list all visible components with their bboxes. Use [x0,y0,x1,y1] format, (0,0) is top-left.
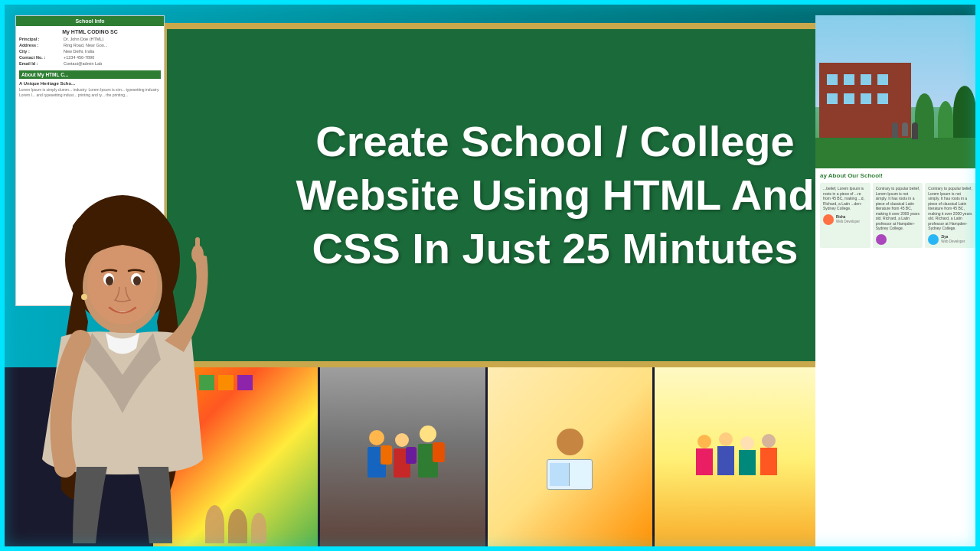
classroom-head-3 [740,436,754,450]
walking-children [368,425,438,493]
backpack-2 [406,447,416,464]
testimonial-card-1: ...belief, Lorem Ipsum is roots in a pie… [820,183,871,248]
collage-photo-3 [488,367,652,551]
author-info-1: Richa Web Developer [836,215,860,224]
info-row-city: City : New Delhi, India [19,49,161,54]
reader-head [557,429,583,455]
campus-grass [815,138,980,168]
window-7 [861,93,871,104]
campus-photo [815,15,980,168]
classroom-child-4 [760,434,777,475]
photo-4-content [655,367,819,551]
classroom-head-4 [762,434,776,448]
child-head-3 [420,425,436,442]
window-2 [844,74,854,85]
window-4 [877,74,888,85]
author-avatar-2 [876,234,887,245]
walking-child-1 [368,430,386,478]
svg-point-10 [81,294,87,300]
person-2 [902,122,908,136]
testimonial-text-2: Contrary to popular belief, Lorem Ipsum … [876,186,920,231]
campus-people [892,122,918,139]
about-heading: About My HTML C... [19,70,161,79]
testimonial-card-2: Contrary to popular belief, Lorem Ipsum … [873,183,923,248]
about-our-school-section: ay About Our School! ...belief, Lorem Ip… [815,168,980,258]
photo-2-content [320,367,485,551]
info-row-contact: Contact No. : +1234 456-7890 [19,55,161,60]
svg-point-8 [106,276,113,285]
author-3: Ziya Web Developer [928,234,972,245]
classroom-body-4 [760,448,777,475]
author-info-3: Ziya Web Developer [941,235,965,244]
walking-child-3 [418,425,438,478]
school-website-preview-right: ay About Our School! ...belief, Lorem Ip… [815,15,980,551]
testimonial-cards: ...belief, Lorem Ipsum is roots in a pie… [820,183,975,248]
backpack-1 [381,445,392,465]
building-windows [827,74,888,85]
svg-rect-3 [195,237,200,253]
book [547,459,593,490]
classroom-child-1 [696,435,713,475]
classroom-body-1 [696,448,713,475]
classroom-head-2 [719,432,733,446]
about-subtitle: A Unique Heritage Scho... [19,81,161,86]
window-1 [827,74,838,85]
person-1 [892,122,898,138]
reading-child [547,429,593,490]
main-title: Create School / College Website Using HT… [265,99,844,291]
info-row-email: Email Id : Contact@admin Lab [19,61,161,66]
classroom-body-3 [739,450,756,475]
book-right-page [570,463,590,486]
classroom-body-2 [717,446,734,475]
window-5 [827,93,838,104]
testimonial-text-1: ...belief, Lorem Ipsum is roots in a pie… [823,186,867,211]
about-section: About My HTML C... A Unique Heritage Sch… [19,70,161,98]
right-panel-section-title: ay About Our School! [820,172,975,179]
left-panel-header: School Info [16,16,164,26]
testimonial-text-3: Contrary to popular belief, Lorem Ipsum … [928,186,972,231]
classroom-child-3 [739,436,756,475]
collage-photo-4 [655,367,819,551]
window-3 [861,74,871,85]
child-head-2 [395,433,409,447]
info-row-address: Address : Ring Road, Near Goo... [19,43,161,47]
classroom-head-1 [697,435,711,448]
svg-point-9 [133,276,141,285]
person-3 [912,122,918,139]
testimonial-card-3: Contrary to popular belief, Lorem Ipsum … [925,183,975,248]
author-2 [876,234,920,245]
about-text: Lorem Ipsum is simply dumm... industry. … [19,87,161,98]
child-head-1 [369,430,384,445]
collage-photo-2 [320,367,485,551]
classroom-children [696,432,777,487]
photo-3-content [488,367,652,551]
tree-3 [953,86,976,139]
building-windows-row2 [827,93,888,104]
author-avatar-3 [928,234,939,245]
classroom-child-2 [717,432,734,475]
teacher-figure [0,168,291,551]
window-8 [877,93,888,104]
book-left-page [550,463,570,486]
author-avatar-1 [823,214,834,225]
school-title: My HTML CODING SC [19,29,161,34]
teacher-svg [0,168,291,551]
backpack-3 [433,442,445,462]
author-1: Richa Web Developer [823,214,867,225]
window-6 [844,93,854,104]
tree-2 [938,101,953,139]
walking-child-2 [394,433,410,478]
info-row-principal: Principal : Dr. John Doe (HTML) [19,37,161,41]
